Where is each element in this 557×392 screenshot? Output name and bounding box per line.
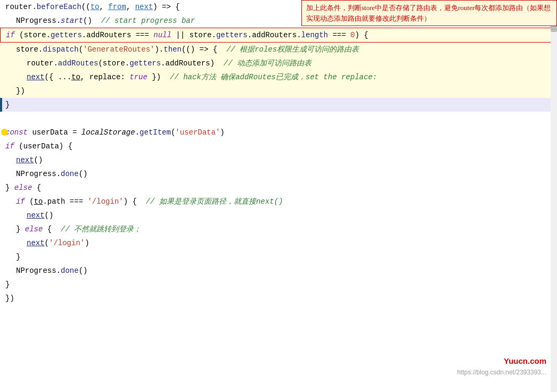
line-6: next({ ...to, replace: true }) // hack方法… xyxy=(0,70,557,84)
line-close-inner: } xyxy=(0,250,557,264)
line-8: } xyxy=(0,98,557,112)
line-7: }) xyxy=(0,84,557,98)
line-4: store.dispatch('GenerateRoutes').then(()… xyxy=(0,43,557,56)
line-next1: next() xyxy=(0,153,557,167)
line-next-login: next('/login') xyxy=(0,236,557,250)
line-const: const userData = localStorage.getItem('u… xyxy=(0,126,557,139)
line-5: router.addRoutes(store.getters.addRouter… xyxy=(0,56,557,70)
watermark-yuucn: Yuucn.com xyxy=(504,356,546,365)
line-close-outer: } xyxy=(0,278,557,291)
line-next2: next() xyxy=(0,208,557,222)
watermark-blog: https://blog.csdn.net/2393393... xyxy=(457,369,546,376)
line-3-if: if (store.getters.addRouters === null ||… xyxy=(0,28,557,43)
line-if-topath: if (to.path === '/login') { // 如果是登录页面路径… xyxy=(0,195,557,208)
line-else-login: } else { // 不然就跳转到登录； xyxy=(0,222,557,236)
line-nprogress-done1: NProgress.done() xyxy=(0,167,557,181)
line-else: } else { xyxy=(0,181,557,195)
yellow-dot xyxy=(1,129,8,136)
scrollbar-vertical[interactable] xyxy=(551,0,557,392)
code-editor: 加上此条件，判断store中是否存储了路由表，避免router每次都添加路由（如… xyxy=(0,0,557,392)
line-if-userData: if (userData) { xyxy=(0,139,557,153)
code-container: router.beforeEach((to, from, next) => {N… xyxy=(0,0,557,311)
line-blank xyxy=(0,112,557,126)
left-blue-bar xyxy=(0,98,2,112)
annotation-box: 加上此条件，判断store中是否存储了路由表，避免router每次都添加路由（如… xyxy=(301,0,557,26)
line-close-final: }) xyxy=(0,291,557,305)
line-nprogress-done2: NProgress.done() xyxy=(0,264,557,278)
